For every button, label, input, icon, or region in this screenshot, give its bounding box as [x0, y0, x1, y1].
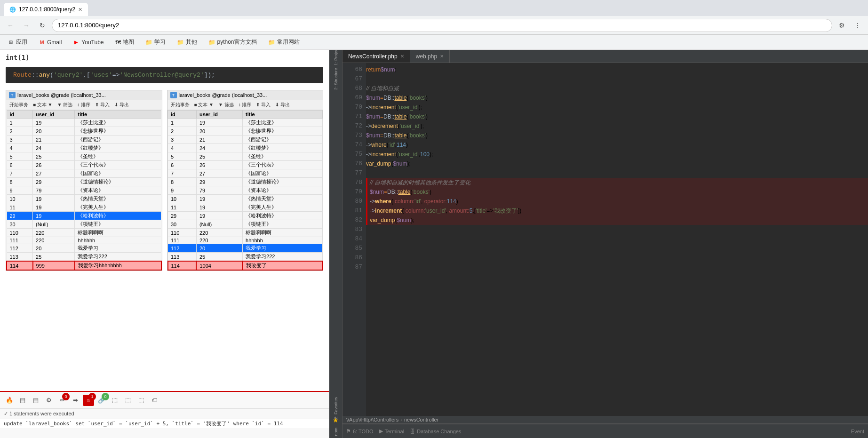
code-line: var_dump($num);	[366, 215, 868, 225]
sidebar-favorites-icon[interactable]: 2: Favorites	[331, 403, 341, 413]
table-row[interactable]: 11325我爱学习222	[7, 253, 161, 262]
toolbar-export-left[interactable]: ⬇ 导出	[113, 101, 130, 109]
table-row[interactable]: 979《资本论》	[168, 186, 323, 195]
table-row[interactable]: 119《莎士比亚》	[7, 119, 161, 127]
ide-breadcrumb: \\App\\Http\\Controllers › newsControlle…	[342, 416, 868, 424]
table-row[interactable]: 424《红楼梦》	[168, 144, 323, 152]
bottom-btn-11[interactable]: 🏷	[149, 395, 160, 406]
table-row[interactable]: 626《三个代表》	[168, 161, 323, 169]
table-row[interactable]: 829《道德情操论》	[7, 178, 161, 186]
ide-terminal-btn[interactable]: ▶ Terminal	[379, 428, 405, 434]
bookmark-youtube[interactable]: ▶ YouTube	[69, 38, 107, 47]
bookmark-python[interactable]: 📁 python官方文档	[205, 37, 261, 47]
badge-execute: 1	[88, 393, 96, 400]
bookmark-common[interactable]: 📁 常用网站	[264, 37, 303, 47]
table-row[interactable]: 1119《完美人生》	[7, 203, 161, 212]
sidebar-npm-icon[interactable]: npm	[334, 428, 338, 436]
line-numbers: 6667686970717273747576777879808182838485…	[342, 63, 366, 416]
bottom-btn-7[interactable]: 🔗 0	[96, 395, 107, 406]
bookmark-other[interactable]: 📁 其他	[173, 37, 201, 47]
toolbar-begin-left[interactable]: 开始事务	[8, 101, 30, 109]
toolbar-filter-right[interactable]: ▼ 筛选	[217, 101, 235, 109]
bottom-btn-10[interactable]: ⬚	[135, 395, 147, 406]
table-row[interactable]: 11220我爱学习	[168, 244, 323, 253]
tab-close-button[interactable]: ✕	[78, 7, 82, 13]
bottom-btn-9[interactable]: ⬚	[122, 395, 134, 406]
table-row[interactable]: 111220hhhhhh	[7, 237, 161, 244]
table-row[interactable]: 321《西游记》	[168, 135, 323, 144]
table-row[interactable]: 727《国富论》	[7, 169, 161, 178]
toolbar-sort-right[interactable]: ↕ 排序	[237, 101, 253, 109]
tab-newscontroller[interactable]: NewsController.php ✕	[342, 50, 410, 63]
forward-button[interactable]: →	[20, 19, 33, 32]
bottom-btn-6[interactable]: ➡	[70, 395, 81, 406]
table-row[interactable]: 1119《完美人生》	[168, 203, 323, 212]
more-button[interactable]: ⋮	[851, 19, 864, 32]
code-line: ->where('id',114)	[366, 140, 868, 150]
table-row[interactable]: 119《莎士比亚》	[168, 119, 323, 127]
ide-event-btn[interactable]: Event	[851, 429, 864, 434]
ide-todo-btn[interactable]: ⚑ 6: TODO	[346, 428, 374, 434]
table-row[interactable]: 30(Null)《项链王》	[7, 220, 161, 229]
bookmark-maps[interactable]: 🗺 地图	[111, 37, 138, 47]
table-row[interactable]: 220《悲惨世界》	[168, 127, 323, 135]
bookmark-study[interactable]: 📁 学习	[142, 37, 169, 47]
table-row[interactable]: 424《红楼梦》	[7, 144, 161, 152]
bookmark-gmail[interactable]: M Gmail	[35, 38, 65, 47]
address-bar[interactable]	[52, 19, 832, 32]
bottom-btn-2[interactable]: ▤	[17, 395, 28, 406]
toolbar-text-left[interactable]: ■ 文本 ▼	[32, 101, 54, 109]
bottom-btn-5[interactable]: ✏ 0	[56, 395, 68, 406]
toolbar-begin-right[interactable]: 开始事务	[169, 101, 191, 109]
tab-web[interactable]: web.php ✕	[410, 50, 450, 63]
table-row[interactable]: 2919《哈利波特》	[7, 212, 161, 220]
table-row[interactable]: 321《西游记》	[7, 135, 161, 144]
bottom-btn-1[interactable]: 🔥	[4, 395, 15, 406]
line-number: 67	[346, 74, 362, 84]
tab-newscontroller-close[interactable]: ✕	[400, 54, 404, 59]
toolbar-export-right[interactable]: ⬇ 导出	[274, 101, 291, 109]
table-row[interactable]: 1019《热情天堂》	[7, 195, 161, 203]
table-row[interactable]: 727《国富论》	[168, 169, 323, 178]
extensions-button[interactable]: ⚙	[835, 19, 848, 32]
table-row[interactable]: 220《悲惨世界》	[7, 127, 161, 135]
table-row[interactable]: 2919《哈利波特》	[168, 212, 323, 220]
table-row[interactable]: 30(Null)《项链王》	[168, 220, 323, 229]
table-row[interactable]: 114999我爱学习hhhhhhhh	[7, 261, 161, 270]
code-content[interactable]: return $num; // 自增和自减 $num = DB::table('…	[366, 63, 868, 416]
table-row[interactable]: 110220标题啊啊啊	[168, 229, 323, 237]
toolbar-filter-left[interactable]: ▼ 筛选	[56, 101, 74, 109]
tab-web-close[interactable]: ✕	[440, 54, 444, 59]
sidebar-project-icon[interactable]: 1: Project	[331, 52, 341, 61]
toolbar-sort-left[interactable]: ↕ 排序	[76, 101, 92, 109]
table-row[interactable]: 829《道德情操论》	[168, 178, 323, 186]
table-row[interactable]: 1141004我改变了	[168, 261, 323, 270]
reload-button[interactable]: ↻	[36, 19, 49, 32]
maps-icon: 🗺	[115, 39, 121, 46]
bottom-btn-3[interactable]: ▤	[30, 395, 41, 406]
bottom-btn-execute[interactable]: ≡ 1	[83, 395, 94, 406]
bottom-btn-8[interactable]: ⬚	[109, 395, 120, 406]
browser-tab[interactable]: 🌐 127.0.0.1:8000/query2 ✕	[4, 3, 88, 16]
sidebar-structure-icon[interactable]: 2: Structure	[331, 74, 341, 84]
line-number: 73	[346, 131, 362, 140]
back-button[interactable]: ←	[4, 19, 17, 32]
table-row[interactable]: 626《三个代表》	[7, 161, 161, 169]
table-row[interactable]: 11325我爱学习222	[168, 253, 323, 262]
db-table-icon-right: T	[170, 92, 177, 98]
toolbar-import-left[interactable]: ⬆ 导入	[94, 101, 111, 109]
table-row[interactable]: 111220hhhhhh	[168, 237, 323, 244]
ide-database-btn[interactable]: 🗄 Database Changes	[410, 429, 461, 434]
table-row[interactable]: 525《圣经》	[168, 152, 323, 161]
table-row[interactable]: 1019《热情天堂》	[168, 195, 323, 203]
line-number: 77	[346, 168, 362, 178]
table-row[interactable]: 525《圣经》	[7, 152, 161, 161]
toolbar-import-right[interactable]: ⬆ 导入	[255, 101, 272, 109]
table-row[interactable]: 979《资本论》	[7, 186, 161, 195]
table-row[interactable]: 11220我爱学习	[7, 244, 161, 253]
bookmark-apps[interactable]: ⊞ 应用	[4, 37, 31, 47]
toolbar-text-right[interactable]: ■ 文本 ▼	[193, 101, 215, 109]
browser-chrome: 🌐 127.0.0.1:8000/query2 ✕ ← → ↻ ⚙ ⋮ ⊞ 应用…	[0, 0, 868, 50]
table-row[interactable]: 110220标题啊啊啊	[7, 229, 161, 237]
bottom-btn-4[interactable]: ⚙	[43, 395, 55, 406]
